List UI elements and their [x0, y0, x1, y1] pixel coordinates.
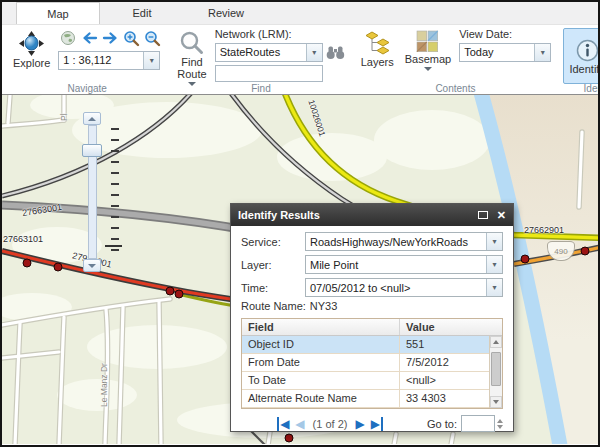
time-value: 07/05/2012 to <null> [306, 279, 486, 296]
scrollbar-thumb[interactable] [491, 352, 501, 386]
explore-label: Explore [13, 57, 50, 69]
column-header-field: Field [242, 319, 400, 335]
explore-button[interactable]: Explore [10, 28, 53, 71]
layer-label: Layer: [241, 259, 305, 271]
view-date-label: View Date: [459, 28, 551, 41]
cell-field: To Date [242, 372, 400, 389]
binoculars-icon[interactable] [326, 44, 346, 62]
find-route-button[interactable]: Find Route [174, 28, 209, 88]
cell-value: 33 4303 [400, 390, 502, 407]
group-label-find: Find [172, 83, 349, 94]
table-row[interactable]: To Date <null> [242, 372, 502, 390]
table-row[interactable]: From Date 7/5/2012 [242, 354, 502, 372]
tab-review[interactable]: Review [184, 2, 268, 24]
service-label: Service: [241, 236, 305, 248]
first-page-button[interactable]: ◀ [277, 417, 289, 431]
time-combobox[interactable]: 07/05/2012 to <null> ▾ [305, 278, 503, 297]
street-label-pl: Pl [59, 113, 69, 121]
cell-value: <null> [400, 372, 502, 389]
dialog-title: Identify Results [238, 209, 320, 221]
previous-page-button[interactable]: ◀ [295, 417, 304, 431]
last-page-button[interactable]: ▶ [371, 417, 383, 431]
up-arrow-icon [88, 117, 96, 121]
chevron-down-icon[interactable]: ▾ [486, 233, 502, 250]
goto-page-input[interactable] [461, 415, 495, 432]
identify-results-dialog: Identify Results ✕ Service: RoadsHighway… [230, 203, 514, 432]
column-header-value: Value [400, 319, 502, 335]
group-label-navigate: Navigate [8, 83, 166, 94]
view-date-value: Today [460, 44, 534, 61]
tab-map[interactable]: Map [16, 2, 100, 24]
cell-field: Alternate Route Name [242, 390, 400, 407]
up-arrow-icon [497, 419, 503, 423]
application-window: Map Edit Review Explore [0, 0, 600, 447]
zoom-slider-down-button[interactable] [83, 259, 101, 272]
down-arrow-icon [493, 400, 499, 404]
up-arrow-icon [493, 340, 499, 344]
cell-field: From Date [242, 354, 400, 371]
chevron-down-icon[interactable]: ▾ [534, 44, 550, 61]
layers-label: Layers [361, 56, 394, 68]
tab-edit[interactable]: Edit [100, 2, 184, 24]
scroll-up-button[interactable] [490, 336, 502, 348]
page-indicator: (1 of 2) [313, 418, 348, 430]
network-combobox[interactable]: StateRoutes ▾ [215, 43, 323, 62]
ribbon-group-identify: Identify Identify [561, 28, 600, 94]
ribbon-group-find: Find Route Network (LRM): StateRoutes ▾ [172, 28, 349, 94]
route-value-input[interactable] [215, 65, 323, 82]
scale-combobox[interactable]: 1 : 36,112 ▾ [58, 51, 160, 70]
table-scrollbar[interactable] [489, 336, 502, 408]
zoom-level-major-tick [105, 245, 122, 247]
dialog-title-bar[interactable]: Identify Results ✕ [231, 204, 513, 226]
service-combobox[interactable]: RoadsHighways/NewYorkRoads ▾ [305, 232, 503, 251]
map-view[interactable]: 27663001 27663101 27935001 10026001 2766… [2, 94, 598, 444]
chevron-down-icon [424, 67, 432, 71]
layers-button[interactable]: Layers [358, 28, 397, 70]
goto-spinner[interactable] [497, 419, 503, 429]
table-header-row: Field Value [242, 319, 502, 336]
zoom-slider-up-button[interactable] [83, 112, 101, 125]
identify-info-icon [575, 38, 600, 63]
back-arrow-icon[interactable] [79, 29, 99, 47]
view-date-combobox[interactable]: Today ▾ [459, 43, 551, 62]
chevron-down-icon[interactable]: ▾ [306, 44, 322, 61]
time-label: Time: [241, 282, 305, 294]
zoom-in-icon[interactable] [121, 29, 141, 47]
full-extent-globe-icon[interactable] [58, 29, 78, 47]
layer-combobox[interactable]: Mile Point ▾ [305, 255, 503, 274]
ribbon-group-contents: Layers Basemap [356, 28, 556, 94]
table-row[interactable]: Object ID 551 [242, 336, 502, 354]
down-arrow-icon [497, 425, 503, 429]
zoom-slider-handle[interactable] [82, 144, 102, 157]
ribbon-group-navigate: Explore [8, 28, 166, 94]
attributes-table: Field Value Object ID 551 From Date 7/5/… [241, 318, 503, 409]
cell-field: Object ID [242, 336, 400, 353]
ribbon-tab-bar: Map Edit Review [2, 2, 598, 25]
map-zoom-slider[interactable] [83, 112, 103, 274]
identify-button[interactable]: Identify [563, 28, 600, 84]
basemap-icon [416, 30, 439, 53]
zoom-out-icon[interactable] [142, 29, 162, 47]
ribbon: Explore [2, 25, 598, 94]
layer-value: Mile Point [306, 256, 486, 273]
table-row[interactable]: Alternate Route Name 33 4303 [242, 390, 502, 408]
maximize-icon[interactable] [478, 211, 488, 219]
scroll-down-button[interactable] [490, 396, 502, 408]
route-name-label: Route Name: [241, 300, 306, 312]
route-label-27662901: 27662901 [524, 225, 564, 235]
network-value: StateRoutes [216, 44, 306, 61]
cell-value: 551 [400, 336, 502, 353]
forward-arrow-icon[interactable] [100, 29, 120, 47]
chevron-down-icon[interactable]: ▾ [486, 279, 502, 296]
route-label-27663101: 27663101 [3, 234, 43, 244]
close-icon[interactable]: ✕ [497, 210, 506, 220]
chevron-down-icon[interactable]: ▾ [486, 256, 502, 273]
identify-label: Identify [569, 63, 600, 75]
next-page-button[interactable]: ▶ [355, 417, 364, 431]
basemap-button[interactable]: Basemap [402, 28, 454, 73]
layers-icon [364, 30, 391, 56]
chevron-down-icon[interactable]: ▾ [143, 52, 159, 69]
street-label-le-manz-dr: Le Manz Dr [99, 363, 109, 407]
scale-value: 1 : 36,112 [59, 52, 143, 69]
route-name-value: NY33 [310, 300, 338, 312]
